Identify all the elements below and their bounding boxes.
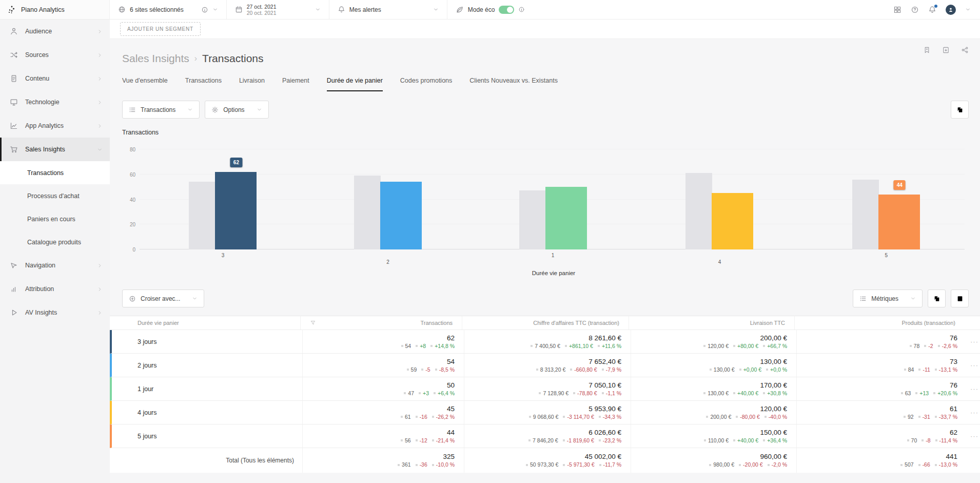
column-header[interactable]: Produits (transaction): [794, 316, 965, 330]
row-label: 4 jours: [112, 401, 302, 424]
tab-livraison[interactable]: Livraison: [239, 77, 265, 91]
eco-mode-toggle[interactable]: [499, 6, 514, 14]
bar-value-badge: 44: [894, 180, 906, 190]
sidebar-item-sales-insights[interactable]: Sales Insights: [0, 138, 110, 161]
x-axis-label: 2: [386, 259, 389, 265]
comparison-square-icon: [766, 369, 768, 371]
bar-previous-period[interactable]: [852, 180, 879, 250]
metrics-dropdown[interactable]: Métriques: [853, 289, 923, 307]
sidebar-item-label: Sources: [25, 51, 49, 59]
sidebar-item-app-analytics[interactable]: App Analytics: [0, 114, 110, 138]
bar-previous-period[interactable]: [189, 182, 215, 249]
breadcrumb: Sales Insights › Transactions: [122, 52, 264, 65]
sidebar-item-av-insights[interactable]: AV Insights: [0, 301, 110, 324]
bar-current-period[interactable]: [712, 193, 753, 249]
comparison-square-icon: [563, 439, 565, 441]
notification-dot: [934, 5, 937, 8]
comparison-square-icon: [935, 416, 937, 418]
chevron-down-icon: [257, 107, 262, 112]
chevron-down-icon: [97, 147, 103, 152]
sidebar-item-technologie[interactable]: Technologie: [0, 90, 110, 114]
cross-with-dropdown[interactable]: Croiser avec...: [122, 289, 204, 307]
table-row: 1 jour5047+3+6,4 %7 050,10 €7 128,90 €-7…: [110, 377, 980, 401]
sidebar-subitem-catalogue-produits[interactable]: Catalogue produits: [0, 230, 110, 254]
sidebar-item-audience[interactable]: Audience: [0, 20, 110, 43]
column-header[interactable]: Livraison TTC: [629, 316, 794, 330]
sidebar-subitem-processus-d-achat[interactable]: Processus d'achat: [0, 184, 110, 207]
dimension-dropdown[interactable]: Transactions: [122, 101, 200, 119]
comparison-square-icon: [739, 369, 741, 371]
column-header[interactable]: Chiffre d'affaires TTC (transaction): [462, 316, 629, 330]
bar-previous-period[interactable]: [519, 190, 546, 249]
chevron-down-icon: [315, 7, 321, 12]
sidebar-subitem-paniers-en-cours[interactable]: Paniers en cours: [0, 207, 110, 230]
tab-codes-promotions[interactable]: Codes promotions: [400, 77, 452, 91]
sidebar-item-navigation[interactable]: Navigation: [0, 254, 110, 277]
comparison-square-icon: [407, 369, 409, 371]
column-header[interactable]: Durée vie panier: [110, 316, 300, 330]
breadcrumb-separator: ›: [194, 54, 197, 63]
bar-previous-period[interactable]: [685, 173, 712, 249]
row-more-button[interactable]: ···: [967, 401, 980, 424]
add-segment-button[interactable]: AJOUTER UN SEGMENT: [120, 22, 201, 36]
bar-current-period[interactable]: [380, 182, 422, 249]
info-icon[interactable]: [518, 6, 525, 13]
date-range-picker[interactable]: 27 oct. 2021 20 oct. 2021: [227, 0, 329, 19]
play-icon: [10, 308, 18, 317]
user-avatar[interactable]: [946, 5, 956, 15]
comparison-square-icon: [401, 439, 403, 441]
alerts-selector[interactable]: Mes alertes: [329, 0, 447, 19]
row-more-button[interactable]: ···: [967, 330, 980, 353]
export-table-button[interactable]: [951, 289, 969, 307]
alerts-label: Mes alertes: [349, 6, 381, 13]
metric-cell: 120,00 €200,00 €-80,00 €-40,0 %: [631, 401, 796, 424]
eco-mode-control: Mode éco: [447, 0, 534, 19]
share-icon[interactable]: [961, 46, 969, 54]
tab-vue-d-ensemble[interactable]: Vue d'ensemble: [122, 77, 168, 91]
sidebar-item-sources[interactable]: Sources: [0, 43, 110, 67]
bar-current-period[interactable]: [878, 195, 920, 249]
row-more-button[interactable]: ···: [967, 354, 980, 377]
site-selector[interactable]: 6 sites sélectionnés: [110, 0, 227, 19]
tab-dur-e-de-vie-panier[interactable]: Durée de vie panier: [327, 77, 383, 91]
bar-previous-period[interactable]: [354, 176, 381, 249]
copy-table-button[interactable]: [928, 289, 946, 307]
comparison-square-icon: [900, 464, 903, 466]
bar-current-period[interactable]: [215, 172, 257, 249]
help-icon[interactable]: [911, 6, 919, 14]
sidebar-subitem-transactions[interactable]: Transactions: [0, 161, 110, 184]
apps-grid-icon[interactable]: [893, 6, 901, 14]
bookmark-icon[interactable]: [923, 46, 931, 54]
comparison-square-icon: [935, 369, 937, 371]
app-logo[interactable]: Piano Analytics: [0, 0, 110, 19]
bar-current-period[interactable]: [545, 187, 587, 249]
comparison-square-icon: [421, 369, 423, 371]
comparison-square-icon: [918, 369, 920, 371]
copy-chart-button[interactable]: [951, 101, 969, 119]
row-more-button[interactable]: ···: [967, 424, 980, 448]
table-total-row: Total (Tous les éléments)325361-36-10,0 …: [110, 448, 980, 473]
row-more-button[interactable]: ···: [967, 377, 980, 400]
chevron-down-icon: [212, 7, 218, 12]
bar-group-5: 44: [852, 149, 920, 249]
sidebar-item-contenu[interactable]: Contenu: [0, 67, 110, 90]
comparison-square-icon: [709, 464, 711, 466]
column-header[interactable]: Transactions: [300, 316, 462, 330]
breadcrumb-parent[interactable]: Sales Insights: [122, 52, 189, 65]
metric-cell: 200,00 €120,00 €+80,00 €+66,7 %: [631, 330, 796, 353]
tab-clients-nouveaux-vs-existants[interactable]: Clients Nouveaux vs. Existants: [469, 77, 558, 91]
tab-transactions[interactable]: Transactions: [185, 77, 222, 91]
options-dropdown[interactable]: Options: [205, 101, 268, 119]
y-axis-tick: 20: [122, 222, 135, 227]
comparison-square-icon: [938, 345, 940, 347]
tab-paiement[interactable]: Paiement: [282, 77, 309, 91]
comparison-square-icon: [570, 369, 572, 371]
info-icon[interactable]: [201, 6, 208, 13]
notifications-bell-icon[interactable]: [928, 6, 936, 14]
export-file-icon[interactable]: [942, 46, 950, 54]
chevron-down-icon[interactable]: [965, 7, 971, 12]
sidebar-item-attribution[interactable]: Attribution: [0, 277, 110, 301]
chevron-down-icon: [433, 7, 439, 12]
chevron-right-icon: [97, 123, 103, 129]
comparison-square-icon: [432, 416, 434, 418]
